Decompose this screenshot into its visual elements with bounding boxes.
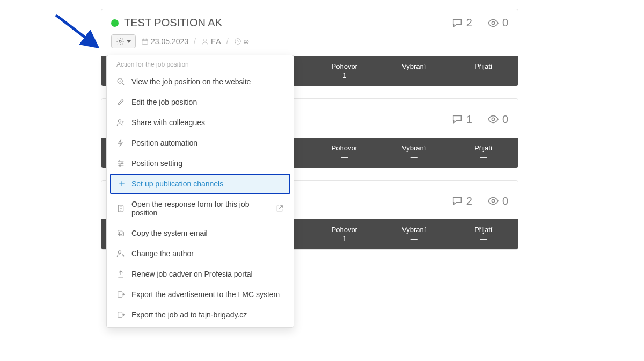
- comments-metric[interactable]: 2: [451, 195, 472, 207]
- stat-cell[interactable]: Přijatí—: [449, 219, 518, 249]
- views-metric[interactable]: 0: [487, 17, 508, 29]
- views-count: 0: [502, 195, 508, 207]
- sliders-icon: [116, 159, 125, 168]
- dropdown-item-change-author[interactable]: Change the author: [107, 243, 294, 264]
- stat-cell[interactable]: Přijatí—: [449, 138, 518, 168]
- actions-gear-button[interactable]: [111, 34, 136, 48]
- chat-icon: [451, 113, 463, 125]
- dropdown-item-setting[interactable]: Position setting: [107, 153, 294, 174]
- user-icon: [201, 38, 209, 45]
- position-title[interactable]: TEST POSITION AK: [124, 17, 436, 29]
- stat-cell[interactable]: Přijatí—: [449, 56, 518, 86]
- copy-icon: [116, 229, 125, 237]
- svg-rect-13: [119, 232, 123, 236]
- stat-cell[interactable]: Vybraní—: [379, 138, 449, 168]
- views-count: 0: [502, 113, 508, 126]
- author-chip: EA: [201, 37, 221, 46]
- dropdown-item-copy-email[interactable]: Copy the system email: [107, 223, 294, 243]
- dropdown-item-renew-profesia[interactable]: Renew job cadver on Profesia portal: [107, 264, 294, 284]
- svg-point-0: [492, 21, 495, 25]
- dropdown-header: Action for the job position: [107, 55, 294, 71]
- comments-count: 2: [466, 195, 472, 207]
- calendar-icon: [141, 38, 149, 45]
- export-icon: [116, 290, 125, 299]
- svg-point-3: [204, 39, 207, 41]
- gear-icon: [116, 37, 125, 46]
- stat-cell[interactable]: Vybraní—: [379, 56, 449, 86]
- bolt-icon: [116, 139, 125, 147]
- chat-icon: [451, 17, 463, 29]
- chevron-down-icon: [127, 40, 131, 43]
- expiry-chip: ∞: [234, 37, 249, 46]
- comments-metric[interactable]: 2: [451, 17, 472, 29]
- stat-cell[interactable]: Pohovor1: [310, 56, 380, 86]
- svg-point-15: [118, 251, 121, 254]
- dropdown-item-view-on-website[interactable]: View the job position on the website: [107, 71, 294, 92]
- export-icon: [116, 311, 125, 319]
- clock-icon: [234, 38, 241, 45]
- stat-cell[interactable]: Pohovor—: [310, 138, 380, 168]
- dropdown-item-automation[interactable]: Position automation: [107, 133, 294, 153]
- eye-icon: [487, 113, 499, 125]
- views-count: 0: [502, 17, 508, 29]
- external-link-icon: [275, 204, 284, 213]
- comments-count: 2: [466, 17, 472, 29]
- status-dot-icon: [111, 19, 119, 27]
- eye-icon: [487, 17, 499, 29]
- eye-icon: [487, 195, 499, 207]
- user-plus-icon: [116, 118, 125, 127]
- svg-rect-16: [118, 292, 122, 298]
- annotation-arrow: [50, 12, 104, 54]
- stat-cell[interactable]: Vybraní—: [379, 219, 449, 249]
- form-icon: [116, 204, 125, 213]
- upload-icon: [116, 270, 125, 278]
- svg-rect-2: [142, 39, 148, 44]
- plus-icon: [118, 179, 126, 188]
- dropdown-item-share[interactable]: Share with colleagues: [107, 112, 294, 133]
- comments-count: 1: [466, 113, 472, 126]
- svg-point-8: [118, 120, 121, 122]
- dropdown-item-response-form[interactable]: Open the response form for this job posi…: [107, 194, 294, 223]
- svg-point-5: [492, 118, 495, 121]
- user-edit-icon: [116, 249, 125, 258]
- svg-point-1: [119, 40, 121, 42]
- svg-rect-17: [118, 312, 122, 318]
- dropdown-item-publication-channels[interactable]: Set up publication channels: [110, 174, 290, 194]
- chat-icon: [451, 195, 463, 207]
- actions-dropdown: Action for the job position View the job…: [106, 55, 294, 328]
- magnify-plus-icon: [116, 77, 125, 86]
- bottom-fade-overlay: [0, 323, 644, 361]
- views-metric[interactable]: 0: [487, 113, 508, 126]
- pencil-icon: [116, 98, 125, 106]
- svg-rect-14: [118, 230, 122, 235]
- dropdown-item-export-lmc[interactable]: Export the advertisement to the LMC syst…: [107, 284, 294, 305]
- svg-point-6: [492, 199, 495, 203]
- dropdown-item-edit[interactable]: Edit the job position: [107, 92, 294, 112]
- views-metric[interactable]: 0: [487, 195, 508, 207]
- stat-cell[interactable]: Pohovor1: [310, 219, 380, 249]
- date-chip: 23.05.2023: [141, 37, 188, 46]
- dropdown-item-export-fajn[interactable]: Export the job ad to fajn-brigady.cz: [107, 305, 294, 325]
- comments-metric[interactable]: 1: [451, 113, 472, 126]
